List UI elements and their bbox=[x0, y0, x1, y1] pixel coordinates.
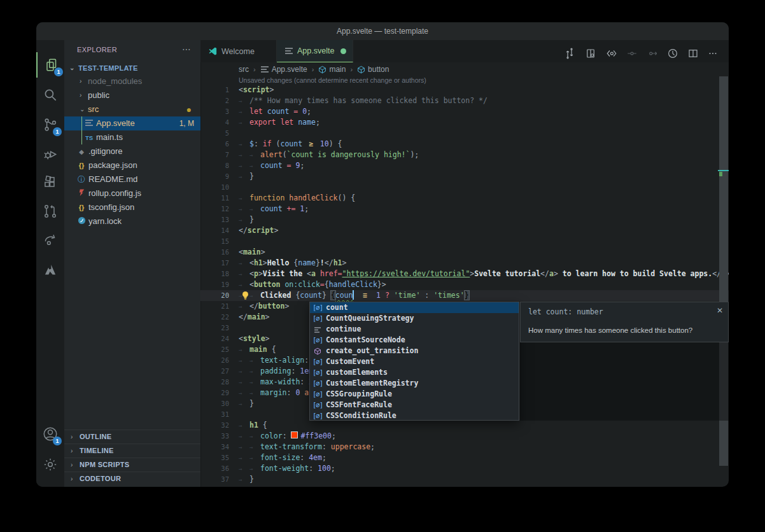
activitybar-item-source-control[interactable]: 1 bbox=[36, 112, 64, 137]
suggest-item-customevent[interactable]: [∅]CustomEvent bbox=[310, 356, 519, 367]
suggest-item-continue[interactable]: continue bbox=[310, 324, 519, 335]
navigate-back-icon[interactable] bbox=[606, 48, 619, 60]
modified-dot: ● bbox=[186, 102, 192, 116]
activitybar-item-account[interactable]: 1 bbox=[36, 421, 64, 447]
code-line-13[interactable]: 13→} bbox=[200, 214, 729, 225]
previous-change-icon[interactable] bbox=[626, 48, 639, 60]
line-content: <script> bbox=[229, 85, 274, 95]
token: ; bbox=[316, 118, 320, 127]
tree-item-label: src bbox=[88, 102, 99, 116]
token: ( bbox=[283, 150, 287, 159]
suggest-item-cssgroupingrule[interactable]: [∅]CSSGroupingRule bbox=[310, 389, 519, 400]
tree-item-package-json[interactable]: {}package.json bbox=[64, 158, 200, 172]
tree-item-readme-md[interactable]: ⓘREADME.md bbox=[64, 172, 200, 186]
code-line-1[interactable]: 1<script> bbox=[200, 85, 729, 95]
activitybar-item-search[interactable] bbox=[36, 82, 64, 108]
activitybar-item-azure[interactable] bbox=[36, 257, 64, 283]
line-content bbox=[229, 409, 239, 420]
code-line-35[interactable]: 35→→font-size: 4em; bbox=[200, 452, 729, 463]
line-number: 23 bbox=[200, 323, 229, 333]
tree-item-node-modules[interactable]: ›node_modules bbox=[64, 74, 200, 88]
next-change-icon[interactable] bbox=[647, 48, 659, 60]
code-line-5[interactable]: 5 bbox=[200, 128, 729, 139]
sidebar-section-outline[interactable]: ›OUTLINE bbox=[64, 430, 200, 444]
activitybar-item-github-pull-requests[interactable] bbox=[36, 199, 64, 224]
breadcrumb-item-button[interactable]: button bbox=[357, 65, 389, 74]
code-line-10[interactable]: 10 bbox=[200, 182, 729, 193]
overview-cursor-marker bbox=[718, 170, 729, 171]
activitybar-item-extensions[interactable] bbox=[36, 170, 64, 195]
sidebar-section-codetour[interactable]: ›CODETOUR bbox=[64, 472, 200, 486]
chevron-right-icon: › bbox=[71, 447, 73, 454]
suggest-item-customelementregistry[interactable]: [∅]CustomElementRegistry bbox=[310, 378, 519, 389]
code-editor[interactable]: Unsaved changes (cannot determine recent… bbox=[200, 75, 729, 487]
codelens-unsaved-changes[interactable]: Unsaved changes (cannot determine recent… bbox=[239, 76, 426, 84]
suggest-item-cssfontfacerule[interactable]: [∅]CSSFontFaceRule bbox=[310, 400, 519, 410]
token: } bbox=[249, 172, 254, 181]
tab-app-svelte[interactable]: App.svelte bbox=[277, 40, 353, 62]
activitybar-item-run-debug[interactable] bbox=[36, 141, 64, 167]
tab-welcome[interactable]: Welcome bbox=[200, 40, 277, 62]
activitybar-item-live-share[interactable] bbox=[36, 227, 64, 252]
code-line-19[interactable]: 19→<button on:click={handleClick}> bbox=[200, 279, 729, 290]
activitybar-item-gear[interactable] bbox=[36, 452, 64, 477]
code-line-36[interactable]: 36→→font-weight: 100; bbox=[200, 463, 729, 474]
close-icon[interactable]: ✕ bbox=[717, 306, 723, 315]
code-line-14[interactable]: 14</script> bbox=[200, 225, 729, 236]
tree-item-yarn-lock[interactable]: yarn.lock bbox=[64, 214, 200, 228]
code-line-15[interactable]: 15 bbox=[200, 236, 729, 247]
code-line-9[interactable]: 9→} bbox=[200, 171, 729, 182]
code-line-6[interactable]: 6→$: if (count ≥ 10) { bbox=[200, 139, 729, 150]
tree-item-app-svelte[interactable]: App.svelte1, M bbox=[64, 116, 200, 130]
code-line-3[interactable]: 3→let count = 0; bbox=[200, 106, 729, 117]
suggest-item-count[interactable]: [∅]count bbox=[310, 302, 519, 313]
activitybar-item-explorer[interactable]: 1 bbox=[36, 52, 66, 78]
open-changes-icon[interactable] bbox=[585, 48, 598, 60]
code-line-20[interactable]: 20→→Clicked {count} {coun ≡ 1 ? 'time' :… bbox=[200, 290, 729, 301]
suggest-item-customelements[interactable]: [∅]customElements bbox=[310, 367, 519, 378]
line-number: 12 bbox=[200, 204, 229, 214]
line-number: 34 bbox=[200, 442, 229, 452]
code-line-18[interactable]: 18→<p>Visit the <a href="https://svelte.… bbox=[200, 269, 729, 279]
code-line-34[interactable]: 34→→text-transform: uppercase; bbox=[200, 442, 729, 452]
token: = bbox=[320, 280, 325, 289]
breadcrumb-item-src[interactable]: src bbox=[239, 65, 249, 74]
tree-item-src[interactable]: ⌄src● bbox=[64, 102, 200, 116]
code-line-32[interactable]: 32→h1 { bbox=[200, 420, 729, 431]
code-line-12[interactable]: 12→→count += 1; bbox=[200, 204, 729, 214]
more-actions-icon[interactable]: ⋯ bbox=[182, 44, 192, 54]
tree-item-rollup-config-js[interactable]: rollup.config.js bbox=[64, 186, 200, 200]
codetour-icon[interactable] bbox=[667, 48, 680, 60]
code-line-16[interactable]: 16<main> bbox=[200, 247, 729, 258]
tree-item-label: .gitignore bbox=[88, 144, 122, 158]
suggest-item-constantsourcenode[interactable]: [∅]ConstantSourceNode bbox=[310, 335, 519, 346]
suggest-item-countqueuingstrategy[interactable]: [∅]CountQueuingStrategy bbox=[310, 313, 519, 324]
tree-item-test-template[interactable]: ⌄TEST-TEMPLATE bbox=[64, 61, 200, 75]
token: → bbox=[249, 377, 260, 388]
line-content: →→alert(`count is dangerously high!`); bbox=[229, 150, 419, 160]
suggest-item-cssconditionrule[interactable]: [∅]CSSConditionRule bbox=[310, 410, 519, 421]
breadcrumb-item-main[interactable]: main bbox=[318, 65, 346, 74]
tree-item-public[interactable]: ›public bbox=[64, 88, 200, 102]
sidebar-section-npm-scripts[interactable]: ›NPM SCRIPTS bbox=[64, 458, 200, 472]
code-line-37[interactable]: 37→} bbox=[200, 474, 729, 485]
code-line-2[interactable]: 2→/** How many times has someone clicked… bbox=[200, 95, 729, 106]
tree-item-tsconfig-json[interactable]: {}tsconfig.json bbox=[64, 200, 200, 214]
suggest-item-create_out_transition[interactable]: create_out_transition bbox=[310, 346, 519, 356]
code-line-4[interactable]: 4→export let name; bbox=[200, 117, 729, 128]
line-number: 32 bbox=[200, 420, 229, 431]
token: > bbox=[265, 312, 270, 321]
token: function bbox=[249, 193, 284, 202]
code-line-7[interactable]: 7→→alert(`count is dangerously high!`); bbox=[200, 150, 729, 160]
more-actions-icon[interactable] bbox=[707, 48, 720, 60]
split-editor-icon[interactable] bbox=[687, 48, 700, 60]
code-line-33[interactable]: 33→→color: #ff3e00; bbox=[200, 431, 729, 442]
code-line-11[interactable]: 11→function handleClick() { bbox=[200, 193, 729, 204]
tree-item--gitignore[interactable]: ◆.gitignore bbox=[64, 144, 200, 158]
tree-item-main-ts[interactable]: TSmain.ts bbox=[64, 130, 200, 144]
sidebar-section-timeline[interactable]: ›TIMELINE bbox=[64, 444, 200, 458]
git-compare-icon[interactable] bbox=[564, 48, 577, 60]
breadcrumb-item-app-svelte[interactable]: App.svelte bbox=[260, 65, 307, 74]
code-line-8[interactable]: 8→→count = 9; bbox=[200, 160, 729, 171]
code-line-17[interactable]: 17→<h1>Hello {name}!</h1> bbox=[200, 258, 729, 269]
